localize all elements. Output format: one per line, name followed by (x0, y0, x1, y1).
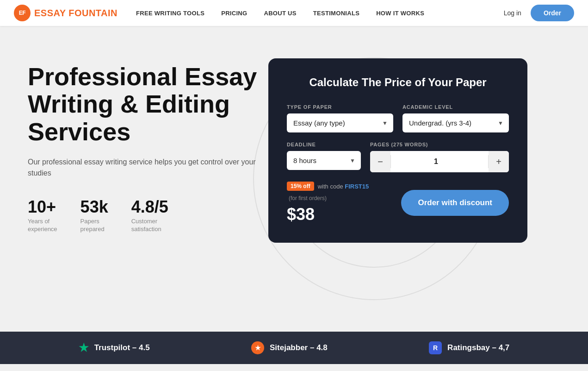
ratingsbay-label: Ratingsbay – 4,7 (447, 343, 509, 352)
hero-title: Professional Essay Writing & Editing Ser… (28, 63, 268, 145)
stat-papers-number: 53k (80, 197, 108, 217)
stat-experience-label: Years ofexperience (28, 218, 57, 233)
type-of-paper-group: TYPE OF PAPER Essay (any type) Research … (287, 104, 393, 132)
discount-code: FIRST15 (345, 183, 369, 190)
stat-papers: 53k Papersprepared (80, 197, 108, 233)
calculator-card: Calculate The Price of Your Paper TYPE O… (268, 58, 527, 243)
hero-section: Professional Essay Writing & Editing Ser… (0, 26, 588, 332)
trustpilot-star-icon: ★ (79, 341, 89, 354)
navbar: EF ESSAY FOUNTAIN FREE WRITING TOOLS PRI… (0, 0, 588, 26)
hero-left: Professional Essay Writing & Editing Ser… (28, 54, 268, 233)
pages-group: PAGES (275 WORDS) − + (370, 142, 509, 172)
pages-decrement-button[interactable]: − (370, 151, 390, 172)
deadline-select[interactable]: 3 hours 6 hours 8 hours 12 hours 24 hour… (287, 151, 361, 170)
login-link[interactable]: Log in (504, 9, 521, 17)
nav-link-testimonials[interactable]: TESTIMONIALS (313, 10, 359, 17)
pages-stepper: − + (370, 151, 509, 172)
academic-level-group: ACADEMIC LEVEL High School Undergrad. (y… (402, 104, 509, 132)
calculator-bottom: 15% off with code FIRST15 (for first ord… (287, 182, 509, 224)
stat-satisfaction-number: 4.8/5 (131, 197, 168, 217)
stat-satisfaction: 4.8/5 Customersatisfaction (131, 197, 168, 233)
pages-input[interactable] (391, 157, 488, 166)
nav-link-pricing[interactable]: PRICING (221, 10, 247, 17)
logo-text: ESSAY FOUNTAIN (34, 8, 118, 19)
type-of-paper-select[interactable]: Essay (any type) Research Paper Term Pap… (287, 113, 393, 132)
order-button[interactable]: Order (531, 5, 574, 21)
deadline-group: DEADLINE 3 hours 6 hours 8 hours 12 hour… (287, 142, 361, 172)
form-row-1: TYPE OF PAPER Essay (any type) Research … (287, 104, 509, 132)
footer-bar: ★ Trustpilot – 4.5 ★ Sitejabber – 4.8 R … (0, 332, 588, 364)
logo-badge: EF (14, 5, 31, 21)
first-order-note: (for first orders) (287, 194, 369, 202)
pages-increment-button[interactable]: + (489, 151, 509, 172)
hero-subtitle: Our professional essay writing service h… (28, 157, 268, 179)
discount-with-code: with code FIRST15 (318, 183, 369, 190)
type-of-paper-wrapper: Essay (any type) Research Paper Term Pap… (287, 113, 393, 132)
deadline-wrapper: 3 hours 6 hours 8 hours 12 hours 24 hour… (287, 151, 361, 170)
form-row-2: DEADLINE 3 hours 6 hours 8 hours 12 hour… (287, 142, 509, 172)
logo[interactable]: EF ESSAY FOUNTAIN (14, 5, 118, 21)
nav-links: FREE WRITING TOOLS PRICING ABOUT US TEST… (136, 10, 504, 17)
academic-level-select[interactable]: High School Undergrad. (yrs 1-2) Undergr… (402, 113, 509, 132)
discount-row: 15% off with code FIRST15 (287, 182, 369, 191)
nav-link-how-it-works[interactable]: HOW IT WORKS (376, 10, 424, 17)
nav-link-free-writing-tools[interactable]: FREE WRITING TOOLS (136, 10, 204, 17)
stat-satisfaction-label: Customersatisfaction (131, 218, 168, 233)
stat-experience-number: 10+ (28, 197, 57, 217)
stat-experience: 10+ Years ofexperience (28, 197, 57, 233)
pages-label: PAGES (275 WORDS) (370, 142, 509, 147)
footer-trustpilot: ★ Trustpilot – 4.5 (79, 341, 150, 354)
footer-sitejabber: ★ Sitejabber – 4.8 (251, 341, 328, 354)
nav-right: Log in Order (504, 5, 574, 21)
academic-level-wrapper: High School Undergrad. (yrs 1-2) Undergr… (402, 113, 509, 132)
stat-papers-label: Papersprepared (80, 218, 108, 233)
deadline-label: DEADLINE (287, 142, 361, 147)
discount-with-code-text: with code (318, 183, 343, 190)
nav-link-about-us[interactable]: ABOUT US (264, 10, 296, 17)
price-area: 15% off with code FIRST15 (for first ord… (287, 182, 369, 224)
price-display: $38 (287, 205, 369, 224)
stats: 10+ Years ofexperience 53k Papersprepare… (28, 197, 268, 233)
calculator-title: Calculate The Price of Your Paper (287, 75, 509, 89)
sitejabber-label: Sitejabber – 4.8 (270, 343, 328, 352)
sitejabber-icon: ★ (251, 341, 264, 354)
ratingsbay-icon: R (429, 341, 442, 354)
discount-badge: 15% off (287, 182, 314, 191)
order-discount-button[interactable]: Order with discount (401, 190, 509, 216)
footer-ratingsbay: R Ratingsbay – 4,7 (429, 341, 509, 354)
academic-level-label: ACADEMIC LEVEL (402, 104, 509, 110)
type-of-paper-label: TYPE OF PAPER (287, 104, 393, 110)
trustpilot-label: Trustpilot – 4.5 (94, 343, 150, 352)
